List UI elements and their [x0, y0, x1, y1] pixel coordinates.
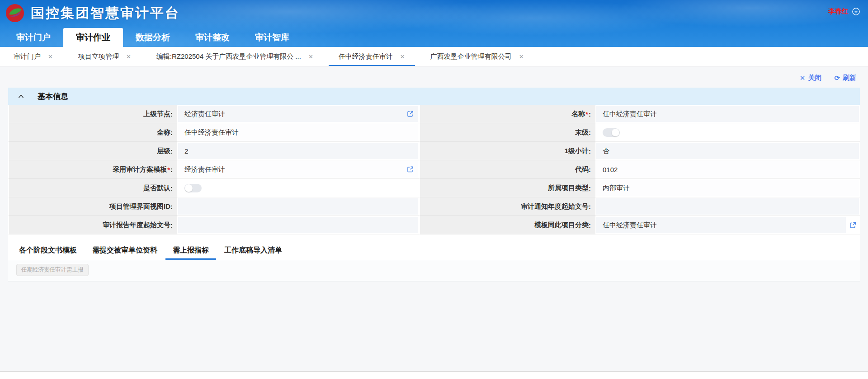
app-header: 国控集团智慧审计平台 李春红 审计门户审计作业数据分析审计整改审计智库: [0, 0, 868, 47]
form-value-cell: 任中经济责任审计: [177, 123, 419, 142]
nav-item-0[interactable]: 审计门户: [4, 28, 63, 47]
basic-info-section-header[interactable]: 基本信息: [8, 88, 860, 105]
tab-close-icon[interactable]: ✕: [519, 53, 524, 60]
page-body: ✕ 关闭 ⟳ 刷新 基本信息 上级节点:经济责任审计名称*:任中经济责任审计全称…: [0, 66, 868, 379]
user-name: 李春红: [828, 7, 849, 16]
form-label: 项目管理界面视图ID:: [8, 197, 177, 216]
form-input-value: 2: [184, 147, 188, 155]
external-link-icon[interactable]: [407, 111, 414, 117]
form-input-value: 任中经济责任审计: [603, 110, 657, 118]
form-label: 是否默认:: [8, 179, 177, 197]
tab-close-icon[interactable]: ✕: [48, 53, 53, 60]
form-input[interactable]: 经济责任审计: [178, 161, 418, 178]
form-value-cell: 否: [595, 142, 860, 160]
form-input[interactable]: 0102: [596, 161, 859, 178]
form-input[interactable]: [596, 198, 859, 215]
toggle-knob: [612, 129, 619, 136]
detail-subtabs: 各个阶段文书模板需提交被审单位资料需上报指标工作底稿导入清单: [8, 240, 860, 260]
toggle-switch[interactable]: [184, 184, 202, 192]
open-tabs-bar: 审计门户✕项目立项管理✕编辑:RZ202504 关于广西农垦企业管理有限公 ..…: [0, 47, 868, 66]
report-indicator-chip[interactable]: 任期经济责任审计需上报: [16, 264, 89, 276]
external-link-icon[interactable]: [849, 222, 856, 229]
form-value-cell: 内部审计: [595, 179, 860, 197]
form-input[interactable]: [178, 217, 418, 233]
form-value-cell: [595, 197, 860, 216]
subtab-2[interactable]: 需上报指标: [167, 240, 214, 260]
page-title: 国控集团智慧审计平台: [31, 4, 180, 23]
form-input[interactable]: 任中经济责任审计: [596, 106, 859, 122]
form-label: 审计通知年度起始文号:: [419, 197, 595, 216]
form-input-value: 否: [603, 147, 609, 155]
user-menu[interactable]: 李春红: [828, 7, 860, 16]
close-page-button[interactable]: ✕ 关闭: [800, 74, 822, 82]
refresh-label: 刷新: [843, 74, 856, 82]
form-value-cell: 任中经济责任审计: [595, 105, 860, 123]
open-tab-4[interactable]: 广西农垦企业管理有限公司✕: [418, 47, 537, 66]
form-input[interactable]: 否: [596, 143, 859, 159]
open-tab-1[interactable]: 项目立项管理✕: [66, 47, 144, 66]
form-label: 采用审计方案模板*:: [8, 160, 177, 179]
required-asterisk: *: [167, 166, 170, 173]
form-value-cell: 经济责任审计: [177, 160, 419, 179]
page-toolbar: ✕ 关闭 ⟳ 刷新: [0, 66, 868, 88]
basic-info-form: 上级节点:经济责任审计名称*:任中经济责任审计全称:任中经济责任审计末级:层级:…: [8, 105, 860, 234]
form-subtabs-spacer: [8, 234, 860, 240]
subtab-3[interactable]: 工作底稿导入清单: [219, 240, 288, 260]
close-icon: ✕: [800, 74, 806, 82]
nav-item-3[interactable]: 审计整改: [183, 28, 242, 47]
tab-close-icon[interactable]: ✕: [126, 53, 131, 60]
form-input[interactable]: 经济责任审计: [178, 106, 418, 122]
external-link-icon[interactable]: [407, 166, 414, 173]
subtab-1[interactable]: 需提交被审单位资料: [87, 240, 163, 260]
form-label: 上级节点:: [8, 105, 177, 123]
nav-item-4[interactable]: 审计智库: [242, 28, 302, 47]
form-input-value: 经济责任审计: [184, 165, 225, 174]
open-tab-0[interactable]: 审计门户✕: [1, 47, 66, 66]
footer-strip: [0, 371, 868, 379]
basic-info-panel: 基本信息 上级节点:经济责任审计名称*:任中经济责任审计全称:任中经济责任审计末…: [8, 88, 860, 281]
refresh-icon: ⟳: [834, 74, 840, 82]
close-label: 关闭: [808, 74, 821, 82]
form-label: 1级小计:: [419, 142, 595, 160]
form-value-cell: 任中经济责任审计: [595, 216, 860, 234]
brand: 国控集团智慧审计平台: [5, 4, 180, 23]
form-input[interactable]: 任中经济责任审计: [596, 217, 846, 233]
form-label: 全称:: [8, 123, 177, 142]
form-label: 名称*:: [419, 105, 595, 123]
subtab-content-row: 任期经济责任审计需上报: [8, 260, 860, 281]
toggle-switch[interactable]: [603, 128, 620, 137]
form-label: 层级:: [8, 142, 177, 160]
form-input-value: 内部审计: [603, 184, 630, 192]
section-title: 基本信息: [38, 91, 68, 102]
form-label: 代码:: [419, 160, 595, 179]
subtab-0[interactable]: 各个阶段文书模板: [14, 240, 82, 260]
chevron-up-icon: [18, 94, 24, 98]
form-value-cell: [595, 123, 860, 142]
refresh-page-button[interactable]: ⟳ 刷新: [834, 74, 856, 82]
main-nav: 审计门户审计作业数据分析审计整改审计智库: [4, 28, 302, 47]
tab-label: 任中经济责任审计: [339, 52, 393, 61]
toggle-knob: [185, 184, 193, 192]
form-value-cell: [177, 197, 419, 216]
tab-close-icon[interactable]: ✕: [400, 53, 405, 60]
form-input-value: 任中经济责任审计: [603, 221, 657, 229]
chevron-down-icon: [852, 8, 860, 15]
form-label: 末级:: [419, 123, 595, 142]
form-input-value: 经济责任审计: [184, 110, 225, 118]
form-value-cell: 经济责任审计: [177, 105, 419, 123]
form-input[interactable]: 任中经济责任审计: [178, 124, 418, 140]
open-tab-2[interactable]: 编辑:RZ202504 关于广西农垦企业管理有限公 ...✕: [144, 47, 326, 66]
form-input[interactable]: [178, 198, 418, 215]
tab-label: 项目立项管理: [78, 52, 119, 61]
tab-close-icon[interactable]: ✕: [308, 53, 313, 60]
form-input[interactable]: 2: [178, 143, 418, 159]
nav-item-1[interactable]: 审计作业: [63, 28, 123, 47]
form-label: 所属项目类型:: [419, 179, 595, 197]
nav-item-2[interactable]: 数据分析: [123, 28, 183, 47]
required-asterisk: *: [585, 110, 588, 118]
tab-label: 广西农垦企业管理有限公司: [430, 52, 512, 61]
form-value-cell: 2: [177, 142, 419, 160]
tab-label: 审计门户: [14, 52, 41, 61]
open-tab-3[interactable]: 任中经济责任审计✕: [326, 47, 418, 66]
form-input[interactable]: 内部审计: [596, 180, 859, 196]
